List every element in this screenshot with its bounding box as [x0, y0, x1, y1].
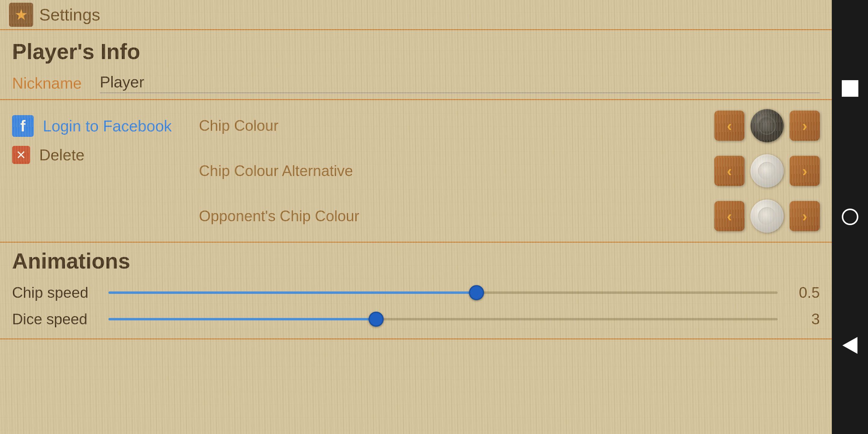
chip-colour-row: Chip Colour ‹ › — [199, 109, 820, 142]
dice-speed-slider-container[interactable] — [96, 318, 789, 320]
left-arrow-icon-alt: ‹ — [727, 162, 732, 180]
opponent-chip-prev-btn[interactable]: ‹ — [714, 201, 744, 231]
delete-icon: ✕ — [12, 146, 30, 164]
players-info-title: Player's Info — [12, 39, 820, 64]
left-arrow-icon-opp: ‹ — [727, 207, 732, 225]
right-arrow-icon-opp: › — [802, 207, 807, 225]
chip-speed-fill — [108, 291, 476, 294]
header: ★ Settings — [0, 0, 832, 30]
chip-inner-light-alt — [758, 162, 776, 180]
chip-colour-alt-controls: ‹ › — [714, 154, 820, 187]
nickname-label: Nickname — [12, 74, 82, 92]
animations-title: Animations — [12, 249, 820, 273]
opponent-chip-next-btn[interactable]: › — [789, 201, 820, 231]
chip-speed-thumb[interactable] — [469, 285, 484, 300]
right-arrow-icon-alt: › — [802, 162, 807, 180]
facebook-icon: f — [12, 115, 34, 137]
delete-row[interactable]: ✕ Delete — [12, 143, 175, 170]
dice-speed-row: Dice speed 3 — [12, 306, 820, 333]
dice-speed-label: Dice speed — [12, 310, 96, 328]
players-info-section: Player's Info Nickname Player — [0, 30, 832, 100]
delete-label: Delete — [39, 146, 84, 164]
back-button[interactable] — [842, 337, 858, 354]
chip-colour-alt-prev-btn[interactable]: ‹ — [714, 156, 744, 186]
chip-speed-row: Chip speed 0.5 — [12, 279, 820, 306]
dice-speed-value: 3 — [789, 310, 820, 328]
chip-speed-slider-container[interactable] — [96, 291, 789, 294]
chip-colour-alt-preview — [750, 154, 784, 187]
nickname-row: Nickname Player — [12, 70, 820, 99]
chip-colour-alt-next-btn[interactable]: › — [789, 156, 820, 186]
middle-section: f Login to Facebook ✕ Delete Chip Colour… — [0, 100, 832, 243]
chip-colour-controls: ‹ › — [714, 109, 820, 142]
header-title: Settings — [39, 5, 100, 24]
chip-speed-value: 0.5 — [789, 284, 820, 301]
chip-speed-label: Chip speed — [12, 284, 96, 301]
star-icon: ★ — [9, 3, 33, 27]
chip-colour-label: Chip Colour — [199, 117, 714, 134]
opponent-chip-colour-row: Opponent's Chip Colour ‹ › — [199, 199, 820, 233]
right-sidebar — [832, 0, 868, 434]
left-arrow-icon: ‹ — [727, 117, 732, 134]
chip-colour-alt-label: Chip Colour Alternative — [199, 162, 714, 180]
chip-colour-next-btn[interactable]: › — [789, 111, 820, 141]
chip-colour-prev-btn[interactable]: ‹ — [714, 111, 744, 141]
facebook-login-row[interactable]: f Login to Facebook — [12, 109, 175, 143]
chip-inner-dark — [758, 117, 776, 135]
circle-button[interactable] — [842, 209, 858, 225]
square-button[interactable] — [842, 80, 858, 97]
opponent-chip-colour-label: Opponent's Chip Colour — [199, 207, 714, 225]
dice-speed-thumb[interactable] — [369, 312, 384, 327]
opponent-chip-colour-preview — [750, 199, 784, 233]
opponent-chip-colour-controls: ‹ › — [714, 199, 820, 233]
right-panel: Chip Colour ‹ › Chip Colour Alternative — [187, 100, 832, 242]
animations-section: Animations Chip speed 0.5 Dice speed 3 — [0, 243, 832, 339]
chip-inner-light-opp — [758, 207, 776, 225]
dice-speed-track — [108, 318, 778, 320]
right-arrow-icon: › — [802, 117, 807, 134]
dice-speed-fill — [108, 318, 376, 320]
chip-colour-alt-row: Chip Colour Alternative ‹ › — [199, 154, 820, 187]
facebook-login-label: Login to Facebook — [43, 117, 172, 135]
chip-speed-track — [108, 291, 778, 294]
left-panel: f Login to Facebook ✕ Delete — [0, 100, 187, 242]
nickname-value[interactable]: Player — [100, 73, 820, 93]
chip-colour-preview — [750, 109, 784, 142]
